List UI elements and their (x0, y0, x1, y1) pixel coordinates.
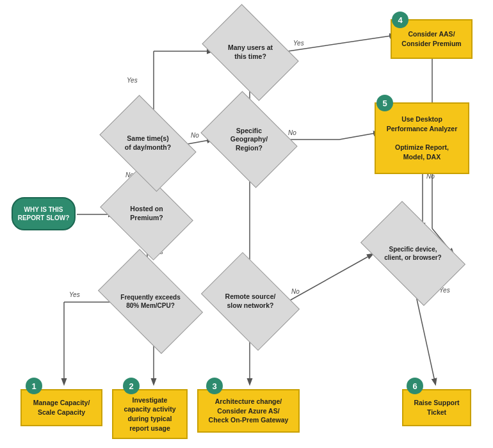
diamond-freq-exceeds: Frequently exceeds 80% Mem/CPU? (106, 272, 195, 331)
diamond-remotesource-label: Remote source/ slow network? (224, 291, 277, 311)
label-d3-b4-yes: Yes (293, 40, 304, 47)
box-desktop-perf: Use Desktop Performance Analyzer Optimiz… (375, 102, 469, 174)
diamond-sametime-label: Same time(s) of day/month? (124, 133, 172, 153)
diamond-specific-geo: Specific Geography/ Region? (210, 110, 288, 169)
box5-label: Use Desktop Performance Analyzer Optimiz… (387, 115, 458, 161)
diamond-device-label: Specific device, client, or browser? (383, 244, 442, 263)
box3-label: Architecture change/ Consider Azure AS/ … (209, 397, 289, 425)
box-architecture-change: Architecture change/ Consider Azure AS/ … (197, 389, 300, 433)
diamond-manyusers-label: Many users at this time? (227, 42, 274, 62)
label-d4-b5-no: No (288, 129, 296, 136)
label-d2-d4-no: No (191, 132, 199, 139)
box-raise-ticket: Raise Support Ticket (402, 389, 471, 426)
num-circle-5: 5 (376, 95, 393, 111)
diamond-remote-source: Remote source/ slow network? (210, 272, 291, 331)
box-manage-capacity: Manage Capacity/ Scale Capacity (20, 389, 102, 426)
diamond-geo-label: Specific Geography/ Region? (229, 125, 269, 154)
diamond-freqexceeds-label: Frequently exceeds 80% Mem/CPU? (119, 292, 181, 311)
box6-label: Raise Support Ticket (414, 398, 459, 417)
box1-label: Manage Capacity/ Scale Capacity (33, 398, 90, 417)
num-circle-1: 1 (26, 378, 42, 394)
svg-line-5 (288, 35, 395, 51)
num-circle-4: 4 (392, 12, 408, 28)
svg-line-18 (287, 254, 373, 302)
svg-line-8 (339, 132, 379, 140)
diamond-same-time: Same time(s) of day/month? (108, 115, 188, 172)
start-node: WHY IS THIS REPORT SLOW? (12, 197, 76, 230)
label-d6-d7-no: No (291, 288, 300, 295)
num-circle-2: 2 (123, 378, 140, 394)
flowchart: No Yes No Yes No No Yes Yes No Yes Yes N… (0, 0, 493, 448)
num-circle-6: 6 (407, 378, 423, 394)
start-label: WHY IS THIS REPORT SLOW? (18, 205, 70, 222)
diamond-hosted-on-premium: Hosted on Premium? (109, 186, 184, 242)
label-d5-b1-yes: Yes (69, 291, 80, 298)
num-circle-3: 3 (206, 378, 223, 394)
box-investigate-capacity: Investigate capacity activity during typ… (112, 389, 188, 439)
diamond-hosted-label: Hosted on Premium? (129, 204, 164, 223)
diamond-specific-device: Specific device, client, or browser? (368, 224, 458, 283)
box2-label: Investigate capacity activity during typ… (124, 396, 175, 433)
diamond-many-users: Many users at this time? (210, 24, 291, 81)
box4-label: Consider AAS/ Consider Premium (401, 29, 461, 48)
label-d2-d3-yes: Yes (127, 77, 138, 84)
